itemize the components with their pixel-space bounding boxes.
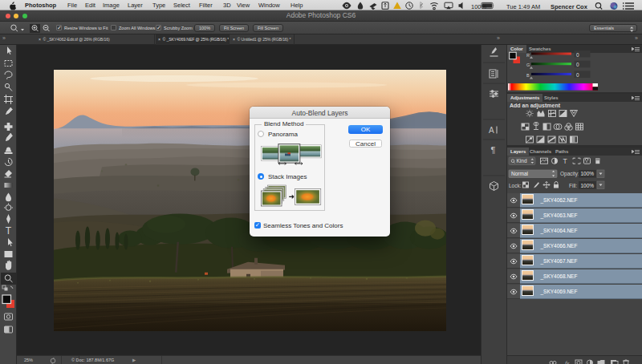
svg-text:Kind: Kind xyxy=(517,158,527,164)
svg-text:Opacity:: Opacity: xyxy=(560,171,579,177)
svg-text:T: T xyxy=(563,157,567,165)
svg-text:A: A xyxy=(489,126,494,135)
svg-text:0: 0 xyxy=(576,72,579,78)
svg-text:100%: 100% xyxy=(581,171,595,176)
svg-text:¶: ¶ xyxy=(491,145,496,155)
svg-text:G: G xyxy=(526,63,530,67)
svg-text:fx: fx xyxy=(565,360,570,364)
svg-text:B: B xyxy=(526,73,530,78)
svg-text:100%: 100% xyxy=(581,183,595,188)
svg-text:T: T xyxy=(6,225,12,237)
svg-text:Fill:: Fill: xyxy=(569,183,577,188)
svg-text:R: R xyxy=(526,53,530,58)
svg-text:Lock:: Lock: xyxy=(509,183,522,188)
svg-text:Normal: Normal xyxy=(511,171,529,176)
svg-text:0: 0 xyxy=(576,52,579,58)
svg-text:0: 0 xyxy=(576,62,579,67)
